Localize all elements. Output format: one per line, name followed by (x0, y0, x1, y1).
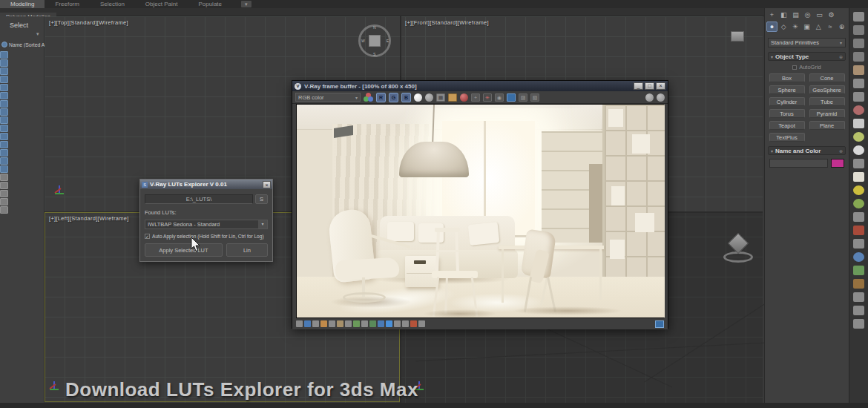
torus-button[interactable]: Torus (769, 109, 805, 118)
motion-tab-icon[interactable]: ◎ (802, 10, 813, 20)
ribbon-tab-selection[interactable]: Selection (90, 0, 135, 8)
modeling-tool-icon[interactable] (0, 59, 8, 67)
modeling-tool-icon[interactable] (0, 206, 8, 214)
vfb-footer-icon[interactable] (386, 320, 392, 327)
region-render-button[interactable]: ✳ (483, 93, 492, 102)
render-button[interactable] (657, 93, 665, 102)
vfb-footer-icon[interactable] (378, 320, 384, 327)
luts-path-field[interactable]: E:\_LUTS\ (145, 194, 253, 204)
right-tool-icon[interactable] (853, 306, 864, 315)
object-color-swatch[interactable] (831, 159, 844, 168)
helpers-category-icon[interactable]: △ (813, 22, 824, 32)
modeling-tool-icon[interactable] (0, 108, 8, 116)
right-tool-icon[interactable] (853, 39, 864, 48)
modeling-tool-icon[interactable] (0, 165, 8, 173)
modeling-tool-icon[interactable] (0, 157, 8, 165)
ribbon-tab-freeform[interactable]: Freeform (45, 0, 89, 8)
vfb-footer-icon[interactable] (296, 320, 303, 327)
vfb-expand-button[interactable] (655, 320, 664, 328)
spacewarps-category-icon[interactable]: ≈ (825, 22, 836, 32)
tube-button[interactable]: Tube (809, 97, 845, 106)
chevron-down-icon[interactable]: ▾ (36, 31, 39, 37)
right-tool-icon[interactable] (853, 172, 864, 182)
vfb-footer-icon[interactable] (369, 320, 376, 327)
textplus-button[interactable]: TextPlus (769, 133, 805, 142)
vfb-footer-icon[interactable] (353, 320, 360, 327)
clear-image-button[interactable] (460, 93, 468, 102)
modeling-tool-icon[interactable] (0, 84, 8, 91)
green-channel-button[interactable]: G (389, 93, 398, 102)
right-tool-icon[interactable] (853, 212, 864, 222)
vfb-footer-icon[interactable] (304, 320, 311, 327)
vfb-footer-icon[interactable] (329, 320, 335, 327)
vfb-footer-icon[interactable] (361, 320, 368, 327)
apply-selected-lut-button[interactable]: Apply Selected LUT (145, 243, 223, 257)
right-tool-icon[interactable] (853, 292, 864, 302)
white-preview-icon[interactable] (414, 93, 422, 102)
rgb-triad-icon[interactable] (364, 93, 373, 102)
plane-button[interactable]: Plane (809, 121, 845, 130)
vfb-footer-icon[interactable] (418, 320, 425, 327)
modeling-tool-icon[interactable] (0, 116, 8, 124)
right-tool-icon[interactable] (853, 145, 864, 155)
utilities-tab-icon[interactable]: ⚙ (826, 10, 837, 20)
vfb-footer-icon[interactable] (402, 320, 409, 327)
restore-button[interactable]: □ (645, 82, 654, 90)
right-tool-icon[interactable] (853, 92, 864, 102)
modeling-tool-icon[interactable] (0, 125, 8, 132)
object-type-rollout[interactable]: ▾ Object Type ⊕ (768, 52, 846, 61)
viewport-label-front[interactable]: [+][Front][Standard][Wireframe] (405, 19, 489, 26)
modeling-tool-icon[interactable] (0, 133, 8, 140)
cone-button[interactable]: Cone (809, 73, 845, 82)
vfb-title-bar[interactable]: V V-Ray frame buffer - [100% of 800 x 45… (292, 81, 668, 91)
right-tool-icon[interactable] (853, 119, 864, 128)
name-color-rollout[interactable]: ▾ Name and Color ⊕ (768, 146, 846, 155)
cameras-category-icon[interactable]: ▣ (801, 22, 812, 32)
load-image-button[interactable] (448, 93, 457, 102)
right-tool-icon[interactable] (853, 25, 864, 35)
luts-browse-button[interactable]: S (255, 194, 268, 204)
blue-channel-button[interactable]: B (401, 93, 411, 102)
vfb-footer-icon[interactable] (345, 320, 352, 327)
right-tool-icon[interactable] (853, 159, 864, 168)
stereo-view-button[interactable] (507, 93, 516, 102)
eye-toggle-button[interactable]: ◉ (495, 93, 504, 102)
primitive-category-dropdown[interactable]: Standard Primitives ▾ (768, 38, 846, 47)
display-tab-icon[interactable]: ▭ (814, 10, 825, 20)
minimize-button[interactable]: _ (634, 82, 643, 90)
luts-preset-dropdown[interactable]: IWLTBAP Sedona - Standard ▾ (145, 220, 268, 229)
right-tool-icon[interactable] (853, 52, 864, 62)
right-tool-icon[interactable] (853, 132, 864, 142)
modeling-tool-icon[interactable] (0, 68, 8, 75)
modeling-tool-icon[interactable] (0, 76, 8, 83)
luts-title-bar[interactable]: S V-Ray LUTs Explorer V 0.01 × (140, 180, 272, 189)
red-channel-button[interactable]: R (376, 93, 386, 102)
modeling-tool-icon[interactable] (0, 149, 8, 157)
channel-select-dropdown[interactable]: RGB color ▾ (295, 93, 361, 102)
modeling-tool-icon[interactable] (0, 92, 8, 99)
close-icon[interactable]: × (263, 181, 271, 188)
ribbon-overflow-icon[interactable]: ▾ (241, 1, 251, 7)
auto-apply-checkbox[interactable]: ✓ (145, 234, 150, 239)
right-tool-icon[interactable] (853, 279, 864, 289)
modeling-tool-icon[interactable] (0, 100, 8, 108)
modify-tab-icon[interactable]: ◧ (778, 10, 789, 20)
viewcube-front-viewport[interactable] (731, 31, 744, 42)
modeling-tool-icon[interactable] (0, 51, 8, 59)
modeling-tool-icon[interactable] (0, 141, 8, 148)
cylinder-button[interactable]: Cylinder (769, 97, 805, 106)
geosphere-button[interactable]: GeoSphere (809, 85, 845, 94)
viewcube[interactable]: N S E W (358, 24, 391, 57)
modeling-tool-icon[interactable] (0, 182, 8, 189)
teapot-button[interactable]: Teapot (769, 121, 805, 130)
render-last-button[interactable] (645, 93, 654, 102)
save-image-button[interactable]: ▦ (436, 93, 445, 102)
right-tool-icon[interactable] (853, 226, 864, 235)
sphere-button[interactable]: Sphere (769, 85, 805, 94)
right-tool-icon[interactable] (853, 185, 864, 195)
vfb-footer-icon[interactable] (394, 320, 401, 327)
close-button[interactable]: × (656, 82, 665, 90)
ribbon-tab-object-paint[interactable]: Object Paint (135, 0, 188, 8)
box-button[interactable]: Box (769, 73, 805, 82)
compare-a-button[interactable]: ▨ (519, 93, 527, 102)
